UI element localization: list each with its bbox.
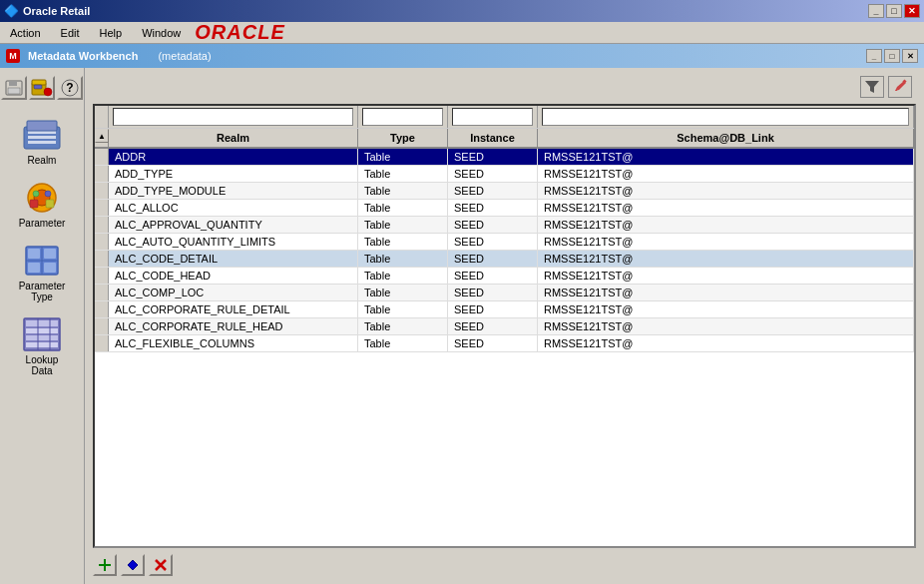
table-row[interactable]: ALC_FLEXIBLE_COLUMNS Table SEED RMSSE121… [95,335,914,352]
pencil-icon [892,79,908,95]
close-button[interactable]: ✕ [904,4,920,18]
mdi-title: Metadata Workbench [28,50,138,62]
edit-row-icon [125,557,141,573]
table-header: ▲ Realm Type Instance Schema@DB_Link [95,129,914,149]
table-body: ADDR Table SEED RMSSE121TST@ ADD_TYPE Ta… [95,149,914,546]
row-instance: SEED [448,251,538,267]
oracle-logo-area: ORACLE [195,21,284,44]
table-row[interactable]: ADDR Table SEED RMSSE121TST@ [95,149,914,166]
search-realm-cell [109,106,358,128]
add-button[interactable] [93,554,117,576]
mdi-subtitle: (metadata) [158,50,211,62]
row-type: Table [358,200,448,216]
row-realm: ADD_TYPE [109,166,358,182]
row-type: Table [358,285,448,300]
table-row[interactable]: ALC_COMP_LOC Table SEED RMSSE121TST@ [95,285,914,301]
mdi-minimize-button[interactable]: _ [866,49,882,63]
help-icon: ? [61,79,79,97]
filter-button[interactable] [860,76,884,98]
sidebar-tool-btn-2[interactable] [29,76,55,100]
row-scroll-cell [95,251,109,267]
delete-button[interactable] [149,554,173,576]
table-row[interactable]: ALC_CORPORATE_RULE_HEAD Table SEED RMSSE… [95,318,914,335]
minimize-button[interactable]: _ [868,4,884,18]
row-schema: RMSSE121TST@ [538,318,914,334]
svg-point-17 [45,191,51,197]
svg-rect-26 [44,263,56,273]
table-row[interactable]: ADD_TYPE_MODULE Table SEED RMSSE121TST@ [95,183,914,200]
row-realm: ALC_CORPORATE_RULE_HEAD [109,318,358,334]
row-instance: SEED [448,166,538,182]
sidebar-tool-btn-1[interactable] [1,76,27,100]
maximize-button[interactable]: □ [886,4,902,18]
sidebar-paramtype-label: ParameterType [19,281,66,302]
menu-window[interactable]: Window [136,25,187,41]
row-scroll-cell [95,183,109,199]
edit-toolbar-button[interactable] [888,76,912,98]
sidebar-item-parameter[interactable]: Parameter [6,175,78,234]
sidebar-item-realm[interactable]: Realm [6,112,78,171]
content-area: ▲ Realm Type Instance Schema@DB_Link ADD… [85,68,924,584]
sidebar-realm-label: Realm [28,155,57,166]
sidebar-parameter-label: Parameter [19,218,66,229]
row-type: Table [358,234,448,250]
row-type: Table [358,149,448,165]
menu-action[interactable]: Action [4,25,47,41]
row-scroll-cell [95,200,109,216]
col-header-type: Type [358,129,448,147]
table-row[interactable]: ADD_TYPE Table SEED RMSSE121TST@ [95,166,914,183]
col-header-instance: Instance [448,129,538,147]
row-instance: SEED [448,234,538,250]
search-row [95,106,914,129]
app-icon: 🔷 [4,4,19,18]
svg-rect-28 [26,320,58,326]
edit-button[interactable] [121,554,145,576]
svg-point-16 [33,191,39,197]
realm-icon [22,117,62,153]
title-bar-left: 🔷 Oracle Retail [4,4,90,18]
row-type: Table [358,251,448,267]
table-row[interactable]: ALC_APPROVAL_QUANTITY Table SEED RMSSE12… [95,217,914,234]
menu-edit[interactable]: Edit [55,25,86,41]
table-row[interactable]: ALC_ALLOC Table SEED RMSSE121TST@ [95,200,914,217]
search-type-input[interactable] [362,108,443,126]
row-schema: RMSSE121TST@ [538,166,914,182]
row-instance: SEED [448,335,538,351]
row-realm: ALC_COMP_LOC [109,285,358,300]
search-realm-input[interactable] [113,108,353,126]
search-instance-input[interactable] [452,108,533,126]
scroll-up-btn[interactable]: ▲ [95,129,109,143]
sidebar-item-paramtype[interactable]: ParameterType [6,238,78,307]
row-schema: RMSSE121TST@ [538,200,914,216]
sidebar-item-lookupdata[interactable]: LookupData [6,311,78,381]
mdi-close-button[interactable]: ✕ [902,49,918,63]
menu-help[interactable]: Help [94,25,129,41]
svg-rect-4 [32,80,46,85]
row-schema: RMSSE121TST@ [538,149,914,165]
mdi-title-icon: M [6,49,20,63]
table-row[interactable]: ALC_AUTO_QUANTITY_LIMITS Table SEED RMSS… [95,234,914,251]
mdi-maximize-button[interactable]: □ [884,49,900,63]
row-scroll-cell [95,268,109,284]
row-type: Table [358,183,448,199]
row-scroll-cell [95,234,109,250]
table-row[interactable]: ALC_CORPORATE_RULE_DETAIL Table SEED RMS… [95,301,914,318]
mdi-controls: _ □ ✕ [866,49,918,63]
svg-point-6 [44,88,52,96]
row-realm: ALC_CORPORATE_RULE_DETAIL [109,301,358,317]
row-scroll-cell [95,301,109,317]
row-type: Table [358,166,448,182]
search-schema-cell [538,106,914,128]
search-schema-input[interactable] [542,108,909,126]
row-realm: ADDR [109,149,358,165]
sidebar-tool-btn-3[interactable]: ? [57,76,83,100]
table-row[interactable]: ALC_CODE_DETAIL Table SEED RMSSE121TST@ [95,251,914,268]
menu-bar: Action Edit Help Window ORACLE [0,22,924,44]
action-row [93,554,916,576]
row-scroll-cell [95,166,109,182]
table-row[interactable]: ALC_CODE_HEAD Table SEED RMSSE121TST@ [95,268,914,285]
row-realm: ALC_ALLOC [109,200,358,216]
row-realm: ALC_FLEXIBLE_COLUMNS [109,335,358,351]
row-realm: ALC_CODE_DETAIL [109,251,358,267]
row-instance: SEED [448,268,538,284]
